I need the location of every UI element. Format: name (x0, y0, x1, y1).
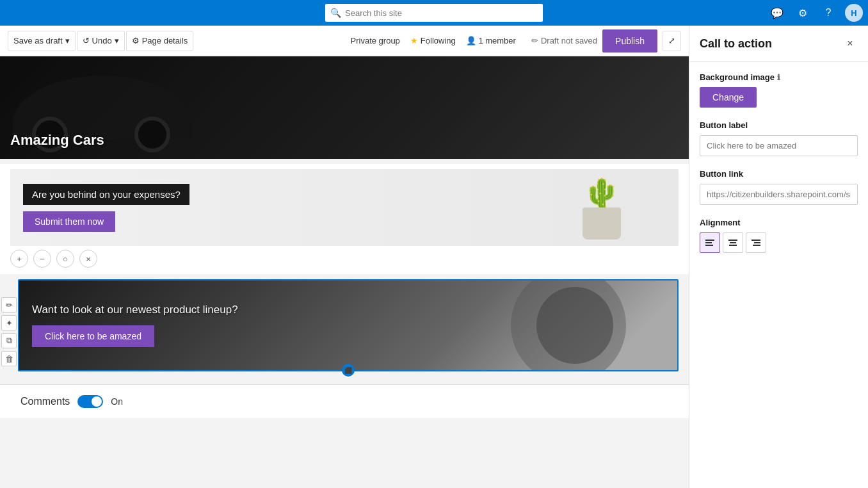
svg-rect-7 (754, 242, 760, 243)
toolbar-right: Private group ★ Following 👤 1 member ✏ D… (351, 29, 681, 53)
svg-rect-5 (729, 245, 737, 246)
hero-section: Amazing Cars (0, 56, 689, 159)
expenses-banner: Are you behind on your expenses? Submit … (10, 169, 679, 246)
publish-button[interactable]: Publish (602, 29, 657, 53)
alignment-field: Alignment (700, 218, 858, 253)
save-label: Save as draft (13, 36, 63, 45)
comments-section: Comments On (0, 384, 689, 418)
cta-zoom-toolbar: + − ○ × (0, 246, 689, 272)
svg-rect-6 (751, 240, 760, 241)
svg-rect-0 (705, 240, 714, 241)
save-draft-button[interactable]: Save as draft ▾ (8, 31, 76, 51)
change-image-button[interactable]: Change (700, 87, 757, 108)
chat-icon[interactable]: 💬 (768, 4, 786, 22)
search-box[interactable]: 🔍 (325, 4, 543, 22)
svg-rect-2 (705, 245, 713, 246)
save-group: Save as draft ▾ ↺ Undo ▾ ⚙ Page details (8, 31, 193, 51)
svg-rect-1 (705, 242, 712, 243)
background-image-label: Background image ℹ (700, 72, 858, 82)
edit-icon-small: ✏ (531, 36, 538, 45)
following-label: Following (421, 36, 456, 45)
button-label-label: Button label (700, 120, 858, 130)
svg-rect-8 (753, 245, 760, 246)
align-right-button[interactable] (746, 232, 766, 253)
copy-tool-button[interactable]: ⧉ (1, 333, 17, 348)
expenses-content: Are you behind on your expenses? Submit … (10, 171, 202, 245)
move-tool-button[interactable]: ✦ (1, 315, 17, 330)
alignment-options (700, 232, 858, 253)
comments-state: On (111, 396, 123, 407)
svg-rect-3 (728, 240, 737, 241)
page-details-label: Page details (142, 36, 188, 45)
page-info: Private group ★ Following 👤 1 member (351, 36, 516, 45)
comments-toggle[interactable] (77, 395, 103, 408)
hero-title: Amazing Cars (10, 132, 104, 149)
product-lineup-button[interactable]: Click here to be amazed (32, 325, 154, 347)
top-bar: 🔍 💬 ⚙ ? H (0, 0, 868, 26)
panel-close-button[interactable]: × (842, 36, 858, 51)
help-icon[interactable]: ? (819, 4, 837, 22)
draft-status: ✏ Draft not saved (531, 36, 597, 45)
left-tools-panel: ✏ ✦ ⧉ 🗑 (1, 297, 17, 366)
product-lineup-banner: Want to look at our newest product lineu… (19, 281, 677, 370)
zoom-in-button[interactable]: + (10, 250, 28, 268)
align-center-button[interactable] (723, 232, 743, 253)
plant-decoration: 🌵 (563, 169, 640, 246)
undo-chevron-icon: ▾ (115, 36, 119, 45)
comments-label: Comments (20, 396, 70, 407)
settings-icon[interactable]: ⚙ (794, 4, 812, 22)
expenses-title: Are you behind on your expenses? (23, 184, 189, 205)
panel-body: Background image ℹ Change Button label B… (689, 62, 868, 488)
selected-cta-section: Want to look at our newest product lineu… (18, 279, 679, 371)
close-zoom-button[interactable]: × (79, 250, 97, 268)
info-icon[interactable]: ℹ (777, 73, 780, 82)
button-label-field: Button label (700, 120, 858, 156)
cta-section-expenses: Are you behind on your expenses? Submit … (0, 164, 689, 274)
toolbar: Save as draft ▾ ↺ Undo ▾ ⚙ Page details … (0, 26, 689, 56)
panel-header: Call to action × (689, 26, 868, 62)
align-left-button[interactable] (700, 232, 720, 253)
undo-button[interactable]: ↺ Undo ▾ (77, 31, 125, 51)
members-count: 1 member (478, 36, 516, 45)
selected-cta-wrapper: ✏ ✦ ⧉ 🗑 Want to look at our newest produ… (0, 279, 689, 384)
person-icon: 👤 (466, 36, 476, 45)
draft-status-text: Draft not saved (541, 36, 597, 45)
hero-image: Amazing Cars (0, 56, 689, 159)
search-input[interactable] (345, 8, 538, 18)
avatar[interactable]: H (845, 4, 863, 22)
private-group-label: Private group (351, 36, 400, 45)
undo-label: Undo (92, 36, 112, 45)
expand-icon: ⤢ (668, 36, 675, 45)
button-link-field: Button link (700, 169, 858, 205)
following-button[interactable]: ★ Following (410, 36, 456, 45)
zoom-out-button[interactable]: − (33, 250, 51, 268)
button-link-input[interactable] (700, 184, 858, 205)
chevron-down-icon: ▾ (65, 36, 70, 45)
align-center-icon (728, 238, 738, 248)
button-link-label: Button link (700, 169, 858, 179)
expand-button[interactable]: ⤢ (663, 31, 681, 51)
expenses-button[interactable]: Submit them now (23, 211, 115, 232)
search-icon: 🔍 (330, 8, 341, 18)
drag-handle[interactable]: ⬛ (342, 364, 355, 377)
undo-icon: ↺ (83, 36, 90, 45)
delete-tool-button[interactable]: 🗑 (1, 351, 17, 366)
page-content: Amazing Cars Are you behind on your expe… (0, 56, 689, 488)
edit-tool-button[interactable]: ✏ (1, 297, 17, 313)
page-details-button[interactable]: ⚙ Page details (126, 31, 194, 51)
align-left-icon (705, 238, 715, 248)
align-right-icon (751, 238, 761, 248)
panel-title: Call to action (700, 37, 772, 51)
right-panel: Call to action × Background image ℹ Chan… (689, 26, 868, 488)
star-icon: ★ (410, 36, 418, 45)
main-layout: Save as draft ▾ ↺ Undo ▾ ⚙ Page details … (0, 26, 868, 488)
content-area: Save as draft ▾ ↺ Undo ▾ ⚙ Page details … (0, 26, 689, 488)
top-bar-icons: 💬 ⚙ ? H (768, 4, 863, 22)
product-lineup-content: Want to look at our newest product lineu… (19, 291, 251, 360)
reset-zoom-button[interactable]: ○ (56, 250, 74, 268)
background-image-field: Background image ℹ Change (700, 72, 858, 108)
alignment-label: Alignment (700, 218, 858, 227)
button-label-input[interactable] (700, 135, 858, 156)
plant-pot (583, 207, 621, 240)
svg-rect-4 (730, 242, 736, 243)
